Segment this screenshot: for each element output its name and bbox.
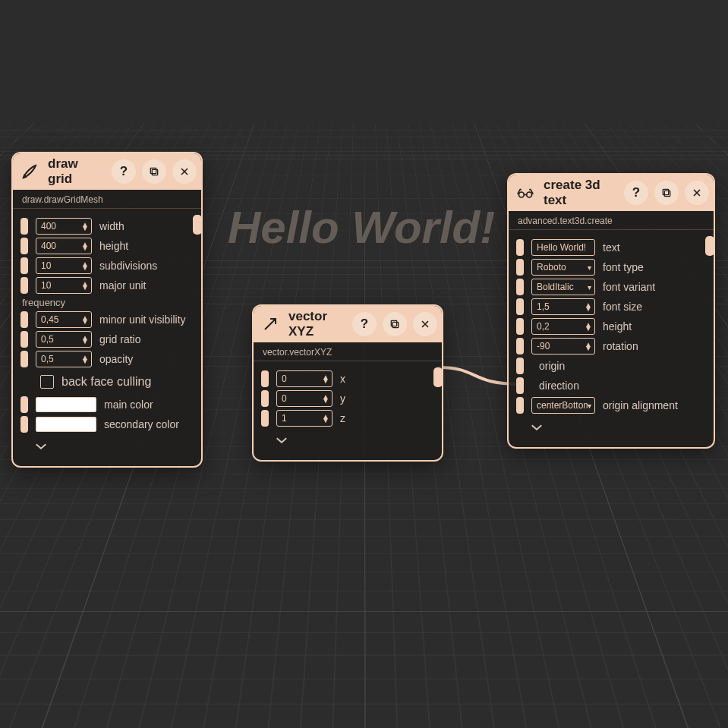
input-port-gridratio[interactable]: [20, 331, 28, 348]
stepper-icon[interactable]: ▲▼: [81, 355, 88, 363]
label-originalign: origin alignment: [603, 399, 678, 411]
stepper-icon[interactable]: ▲▼: [322, 414, 329, 422]
label-rotation: rotation: [603, 340, 638, 352]
stepper-icon[interactable]: ▲▼: [81, 282, 88, 289]
label-fontsize: font size: [603, 301, 642, 313]
copy-button[interactable]: [383, 312, 407, 336]
brush-icon: [20, 162, 39, 181]
output-port[interactable]: [705, 236, 714, 256]
close-button[interactable]: [172, 159, 197, 184]
node-draw-grid[interactable]: draw grid ? draw.drawGridMesh 400▲▼ widt…: [11, 152, 203, 468]
svg-point-5: [527, 192, 532, 197]
input-port-rotation[interactable]: [516, 338, 524, 355]
input-port-fontsize[interactable]: [516, 298, 524, 315]
output-port[interactable]: [193, 215, 202, 235]
y-input[interactable]: 0▲▼: [276, 390, 332, 407]
backcull-checkbox[interactable]: [40, 375, 54, 389]
fonttype-select[interactable]: Roboto▾: [531, 259, 595, 276]
chevron-down-icon: ▾: [588, 283, 591, 292]
width-input[interactable]: 400▲▼: [36, 218, 92, 235]
stepper-icon[interactable]: ▲▼: [585, 303, 591, 310]
help-button[interactable]: ?: [112, 159, 136, 184]
input-port-direction[interactable]: [516, 377, 524, 394]
minorvis-input[interactable]: 0,45▲▼: [36, 311, 92, 328]
node-path: advanced.text3d.create: [509, 211, 714, 230]
height-input[interactable]: 400▲▼: [36, 238, 92, 254]
chevron-down-icon: ▾: [588, 263, 591, 272]
stepper-icon[interactable]: ▲▼: [585, 323, 591, 330]
node-header[interactable]: draw grid ?: [13, 153, 201, 190]
input-port-subdiv[interactable]: [20, 257, 28, 274]
input-port-seccolor[interactable]: [20, 416, 28, 433]
label-subdivisions: subdivisions: [99, 260, 157, 272]
fontsize-input[interactable]: 1,5▲▼: [531, 298, 595, 315]
input-port-maincolor[interactable]: [20, 396, 28, 413]
grid-floor: [0, 0, 728, 124]
input-port-z[interactable]: [261, 410, 269, 427]
maincolor-swatch[interactable]: [36, 397, 96, 412]
node-header[interactable]: vector XYZ ?: [254, 306, 442, 342]
input-port-origin[interactable]: [516, 358, 524, 374]
z-input[interactable]: 1▲▼: [276, 410, 332, 427]
input-port-text[interactable]: [516, 239, 524, 256]
expand-button[interactable]: [516, 417, 706, 443]
stepper-icon[interactable]: ▲▼: [585, 342, 591, 350]
svg-rect-1: [150, 168, 156, 173]
stepper-icon[interactable]: ▲▼: [81, 242, 88, 250]
input-port-height[interactable]: [516, 318, 524, 335]
stepper-icon[interactable]: ▲▼: [322, 375, 329, 383]
input-port-originalign[interactable]: [516, 397, 524, 414]
input-port-x[interactable]: [261, 370, 269, 387]
stepper-icon[interactable]: ▲▼: [81, 262, 88, 269]
input-port-height[interactable]: [20, 238, 28, 254]
input-port-fontvariant[interactable]: [516, 279, 524, 295]
close-button[interactable]: [413, 312, 437, 336]
label-opacity: opacity: [99, 353, 133, 365]
label-seccolor: secondary color: [104, 418, 179, 430]
gridratio-input[interactable]: 0,5▲▼: [36, 331, 92, 348]
copy-button[interactable]: [654, 181, 679, 205]
opacity-input[interactable]: 0,5▲▼: [36, 351, 92, 367]
input-port-y[interactable]: [261, 390, 269, 407]
glasses-icon: [516, 184, 534, 202]
help-button[interactable]: ?: [624, 181, 648, 205]
stepper-icon[interactable]: ▲▼: [81, 316, 88, 323]
node-vector-xyz[interactable]: vector XYZ ? vector.vectorXYZ 0▲▼ x 0▲▼ …: [252, 304, 443, 462]
close-button[interactable]: [685, 181, 709, 205]
label-y: y: [340, 392, 345, 405]
majorunit-input[interactable]: 10▲▼: [36, 277, 92, 294]
subdivisions-input[interactable]: 10▲▼: [36, 257, 92, 274]
x-input[interactable]: 0▲▼: [276, 370, 332, 387]
input-port-opacity[interactable]: [20, 351, 28, 367]
rotation-input[interactable]: -90▲▼: [531, 338, 595, 355]
input-port-width[interactable]: [20, 218, 28, 235]
svg-rect-3: [391, 320, 396, 326]
originalign-select[interactable]: centerBottom▾: [531, 397, 595, 414]
height-input[interactable]: 0,2▲▼: [531, 318, 595, 335]
node-title: vector XYZ: [285, 309, 346, 339]
expand-button[interactable]: [261, 430, 434, 455]
input-port-minorvis[interactable]: [20, 311, 28, 328]
node-path: draw.drawGridMesh: [13, 190, 201, 209]
stepper-icon[interactable]: ▲▼: [81, 222, 88, 230]
label-origin: origin: [531, 360, 565, 372]
input-port-fonttype[interactable]: [516, 259, 524, 276]
seccolor-swatch[interactable]: [36, 417, 96, 432]
stepper-icon[interactable]: ▲▼: [322, 395, 329, 402]
stepper-icon[interactable]: ▲▼: [81, 336, 88, 343]
svg-rect-0: [152, 169, 157, 175]
output-port[interactable]: [433, 367, 443, 387]
fontvariant-select[interactable]: BoldItalic▾: [531, 279, 595, 295]
copy-button[interactable]: [142, 159, 166, 184]
label-fonttype: font type: [603, 261, 644, 273]
help-button[interactable]: ?: [352, 312, 377, 336]
label-fontvariant: font variant: [603, 281, 655, 293]
node-header[interactable]: create 3d text ?: [509, 175, 714, 211]
expand-button[interactable]: [20, 436, 194, 462]
label-z: z: [340, 412, 345, 424]
input-port-major[interactable]: [20, 277, 28, 294]
label-minorvis: minor unit visibility: [99, 314, 186, 326]
node-create-3d-text[interactable]: create 3d text ? advanced.text3d.create …: [507, 173, 715, 449]
text-input[interactable]: Hello World!: [531, 239, 595, 256]
svg-rect-7: [663, 189, 668, 194]
